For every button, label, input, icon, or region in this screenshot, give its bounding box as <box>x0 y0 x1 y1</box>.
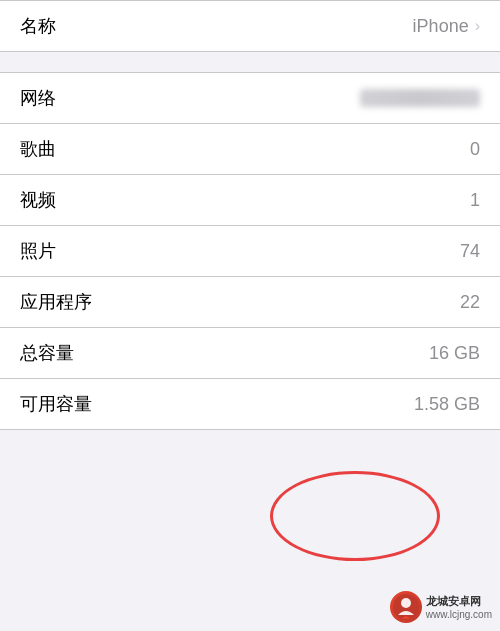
watermark-logo-icon <box>392 593 420 621</box>
watermark: 龙城安卓网 www.lcjng.com <box>390 591 492 623</box>
name-value: iPhone › <box>413 16 480 37</box>
svg-point-1 <box>401 598 411 608</box>
network-blurred <box>360 89 480 107</box>
name-label: 名称 <box>20 14 56 38</box>
watermark-logo <box>390 591 422 623</box>
watermark-text-container: 龙城安卓网 www.lcjng.com <box>426 594 492 620</box>
apps-value: 22 <box>460 292 480 313</box>
available-capacity-label: 可用容量 <box>20 392 92 416</box>
circle-highlight <box>270 471 440 561</box>
available-capacity-value: 1.58 GB <box>414 394 480 415</box>
songs-row: 歌曲 0 <box>0 124 500 175</box>
total-capacity-value: 16 GB <box>429 343 480 364</box>
total-capacity-row: 总容量 16 GB <box>0 328 500 379</box>
network-label: 网络 <box>20 86 56 110</box>
name-row[interactable]: 名称 iPhone › <box>0 1 500 51</box>
total-capacity-label: 总容量 <box>20 341 74 365</box>
settings-list: 名称 iPhone › 网络 歌曲 0 视频 1 照片 74 应用程 <box>0 0 500 430</box>
available-capacity-row: 可用容量 1.58 GB <box>0 379 500 429</box>
photos-value: 74 <box>460 241 480 262</box>
watermark-site: 龙城安卓网 <box>426 594 492 609</box>
apps-label: 应用程序 <box>20 290 92 314</box>
photos-label: 照片 <box>20 239 56 263</box>
network-row: 网络 <box>0 73 500 124</box>
videos-label: 视频 <box>20 188 56 212</box>
apps-row: 应用程序 22 <box>0 277 500 328</box>
videos-value: 1 <box>470 190 480 211</box>
chevron-icon: › <box>475 17 480 35</box>
name-section: 名称 iPhone › <box>0 0 500 52</box>
songs-value: 0 <box>470 139 480 160</box>
photos-row: 照片 74 <box>0 226 500 277</box>
network-value <box>360 89 480 107</box>
info-section: 网络 歌曲 0 视频 1 照片 74 应用程序 22 总容量 16 GB 可用容… <box>0 72 500 430</box>
watermark-url: www.lcjng.com <box>426 609 492 620</box>
iphone-text: iPhone <box>413 16 469 37</box>
songs-label: 歌曲 <box>20 137 56 161</box>
videos-row: 视频 1 <box>0 175 500 226</box>
